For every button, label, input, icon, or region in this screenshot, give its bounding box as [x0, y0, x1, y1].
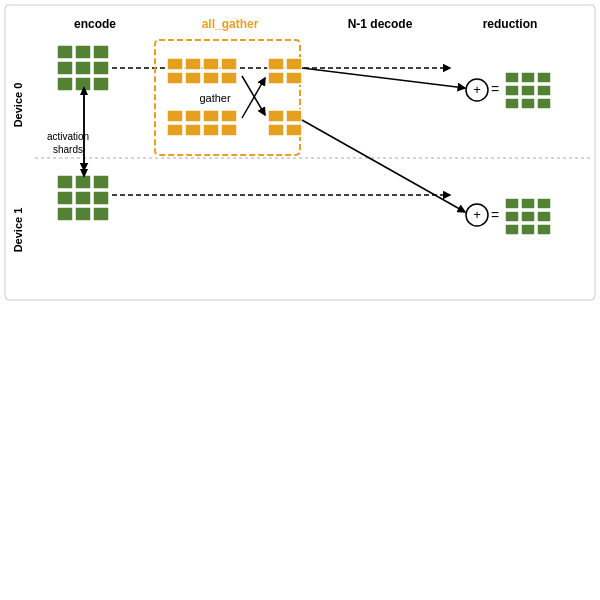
- svg-rect-85: [286, 124, 302, 136]
- svg-rect-53: [75, 61, 91, 75]
- svg-rect-122: [505, 211, 519, 222]
- svg-rect-55: [57, 77, 73, 91]
- svg-rect-79: [286, 58, 302, 70]
- svg-rect-93: [505, 85, 519, 96]
- svg-rect-51: [93, 45, 109, 59]
- svg-rect-73: [185, 124, 201, 136]
- svg-rect-70: [203, 110, 219, 122]
- svg-rect-69: [185, 110, 201, 122]
- svg-rect-57: [93, 77, 109, 91]
- svg-rect-80: [268, 72, 284, 84]
- svg-rect-101: [93, 175, 109, 189]
- svg-rect-78: [268, 58, 284, 70]
- svg-rect-92: [537, 72, 551, 83]
- device0-label: Device 0: [12, 83, 24, 128]
- svg-rect-102: [57, 191, 73, 205]
- svg-rect-95: [537, 85, 551, 96]
- svg-rect-104: [93, 191, 109, 205]
- svg-text:=: =: [491, 81, 499, 97]
- svg-text:shards: shards: [53, 144, 83, 155]
- svg-rect-121: [537, 198, 551, 209]
- svg-rect-61: [185, 58, 201, 70]
- svg-rect-60: [167, 58, 183, 70]
- svg-rect-126: [521, 224, 535, 235]
- svg-rect-64: [167, 72, 183, 84]
- svg-rect-105: [57, 207, 73, 221]
- svg-rect-125: [505, 224, 519, 235]
- svg-rect-50: [75, 45, 91, 59]
- svg-rect-103: [75, 191, 91, 205]
- svg-rect-96: [505, 98, 519, 109]
- svg-rect-107: [93, 207, 109, 221]
- svg-rect-54: [93, 61, 109, 75]
- svg-rect-63: [221, 58, 237, 70]
- svg-rect-68: [167, 110, 183, 122]
- svg-rect-67: [221, 72, 237, 84]
- svg-rect-119: [505, 198, 519, 209]
- svg-rect-71: [221, 110, 237, 122]
- svg-rect-84: [268, 124, 284, 136]
- svg-rect-62: [203, 58, 219, 70]
- svg-text:+: +: [473, 207, 481, 222]
- svg-rect-72: [167, 124, 183, 136]
- svg-rect-127: [537, 224, 551, 235]
- svg-rect-90: [505, 72, 519, 83]
- svg-text:+: +: [473, 82, 481, 97]
- svg-rect-94: [521, 85, 535, 96]
- device1-label: Device 1: [12, 208, 24, 253]
- svg-rect-52: [57, 61, 73, 75]
- svg-rect-74: [203, 124, 219, 136]
- decode-label: N-1 decode: [348, 17, 413, 31]
- svg-rect-99: [57, 175, 73, 189]
- svg-rect-98: [537, 98, 551, 109]
- svg-rect-83: [286, 110, 302, 122]
- svg-rect-97: [521, 98, 535, 109]
- svg-rect-124: [537, 211, 551, 222]
- bottom-diagram: Device 0 Device 1 encode all_gather N-1 …: [0, 0, 600, 305]
- svg-text:gather: gather: [199, 92, 231, 104]
- encode-label: encode: [74, 17, 116, 31]
- svg-rect-120: [521, 198, 535, 209]
- svg-rect-66: [203, 72, 219, 84]
- svg-text:=: =: [491, 207, 499, 223]
- all-gather-label: all_gather: [202, 17, 259, 31]
- svg-rect-123: [521, 211, 535, 222]
- svg-rect-65: [185, 72, 201, 84]
- svg-rect-49: [57, 45, 73, 59]
- reduction-label: reduction: [483, 17, 538, 31]
- svg-rect-81: [286, 72, 302, 84]
- svg-rect-91: [521, 72, 535, 83]
- svg-rect-100: [75, 175, 91, 189]
- activation-shards-label: activation: [47, 131, 89, 142]
- svg-rect-75: [221, 124, 237, 136]
- svg-rect-82: [268, 110, 284, 122]
- svg-rect-106: [75, 207, 91, 221]
